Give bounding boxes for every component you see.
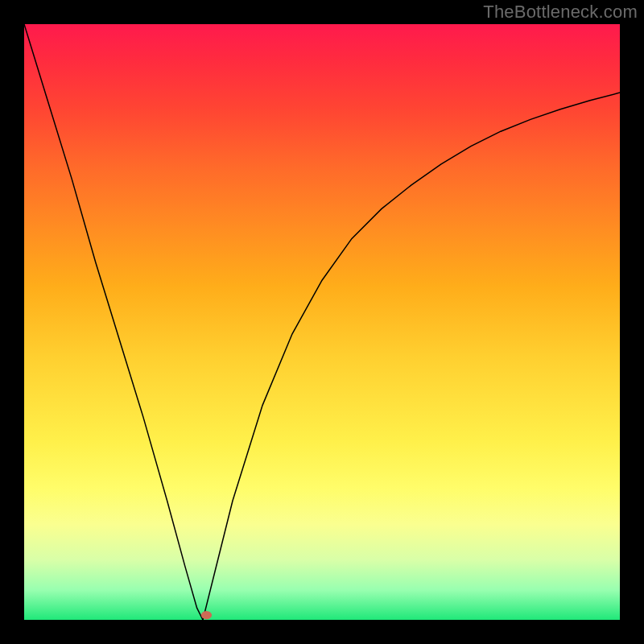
watermark-text: TheBottleneck.com	[483, 2, 638, 23]
plot-area	[24, 24, 620, 620]
curve-left-branch	[24, 24, 203, 620]
curve-right-branch	[203, 93, 620, 620]
chart-frame: TheBottleneck.com	[0, 0, 644, 644]
marker-dot	[201, 611, 212, 619]
chart-svg	[24, 24, 620, 620]
